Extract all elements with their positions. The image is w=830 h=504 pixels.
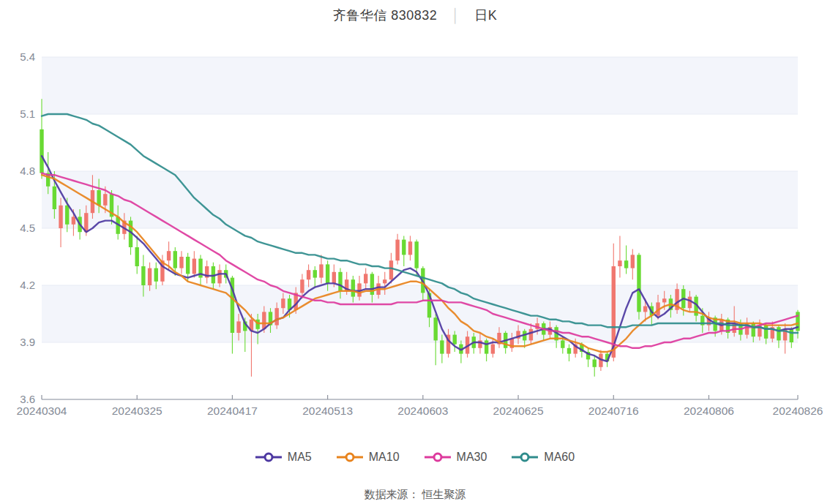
kline-chart-widget: 齐鲁华信 830832 │ 日K 3.63.94.24.54.85.15.420…: [0, 0, 830, 504]
ma-legend: MA5 MA10 MA30 MA60: [0, 446, 830, 468]
ma5-legend-marker: [255, 451, 282, 463]
legend-label-ma30: MA30: [457, 451, 487, 464]
svg-text:5.1: 5.1: [20, 108, 35, 120]
legend-label-ma10: MA10: [369, 451, 400, 464]
plot-area[interactable]: [42, 57, 798, 399]
svg-text:20240716: 20240716: [588, 405, 639, 417]
legend-item-ma30[interactable]: MA30: [425, 451, 487, 464]
ma10-legend-marker: [337, 451, 363, 463]
svg-text:3.9: 3.9: [20, 336, 35, 348]
svg-text:3.6: 3.6: [20, 393, 35, 405]
svg-text:20240806: 20240806: [684, 405, 734, 417]
svg-text:4.5: 4.5: [20, 222, 35, 234]
svg-text:20240304: 20240304: [17, 405, 67, 417]
ma30-legend-marker: [425, 451, 451, 463]
svg-text:20240513: 20240513: [302, 405, 353, 417]
svg-text:20240417: 20240417: [207, 405, 258, 417]
legend-item-ma10[interactable]: MA10: [337, 451, 400, 464]
svg-text:20240625: 20240625: [493, 405, 544, 417]
svg-text:20240325: 20240325: [112, 405, 162, 417]
svg-text:5.4: 5.4: [20, 50, 35, 63]
ma60-legend-marker: [512, 451, 538, 463]
legend-item-ma60[interactable]: MA60: [512, 451, 575, 464]
data-source-note: 数据来源： 恒生聚源: [0, 488, 830, 502]
legend-label-ma5: MA5: [288, 451, 312, 464]
svg-text:20240826: 20240826: [773, 405, 823, 417]
svg-text:4.8: 4.8: [20, 165, 35, 177]
svg-text:4.2: 4.2: [20, 279, 35, 291]
legend-label-ma60: MA60: [544, 451, 575, 464]
svg-text:20240603: 20240603: [397, 405, 448, 417]
kline-chart-canvas[interactable]: 3.63.94.24.54.85.15.42024030420240325202…: [0, 0, 830, 439]
legend-item-ma5[interactable]: MA5: [255, 451, 312, 464]
y-axis-labels: 3.63.94.24.54.85.15.4: [20, 50, 35, 405]
